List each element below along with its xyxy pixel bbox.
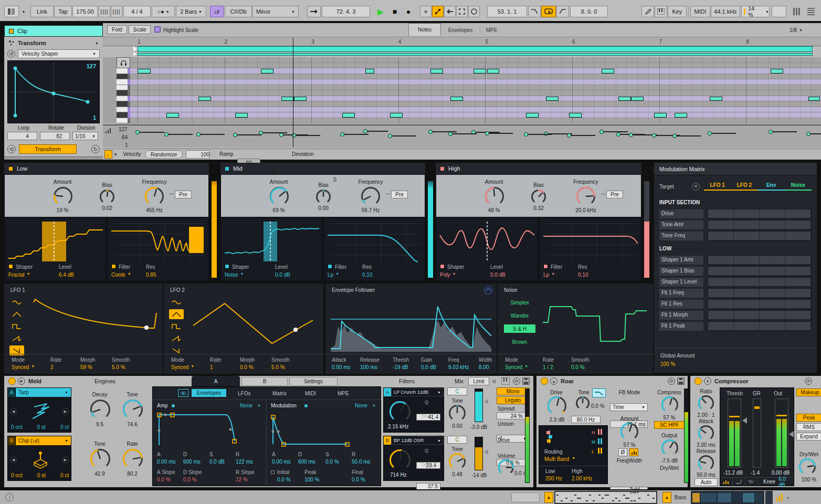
ratio-value[interactable]: 2.00 : 1 [693, 412, 719, 418]
xover-high-value[interactable]: 2.00 kHz [572, 476, 592, 481]
filter-a-q-slider[interactable]: 41.4 [416, 414, 440, 421]
env-link-icon[interactable] [178, 389, 188, 397]
transfer-curve-icon[interactable] [733, 478, 745, 486]
mod-peak[interactable]: 100 % [304, 477, 319, 482]
engine-b-select[interactable]: Chip (♭♯)▼ [16, 436, 71, 445]
loop-end-chevron-icon[interactable]: ‹ [813, 47, 814, 52]
mod-initial[interactable]: 0.0 % [277, 477, 291, 482]
lfo1-wave-icon-2[interactable] [9, 321, 24, 331]
nudge-down-icon[interactable]: |||| [99, 6, 110, 17]
thresh-handle[interactable] [742, 417, 747, 424]
matrix-cell[interactable] [734, 311, 760, 320]
rotate-value-slider[interactable]: 82 [40, 132, 70, 140]
record-button[interactable]: ● [402, 6, 415, 17]
compressor-fold-icon[interactable]: ▼ [704, 377, 711, 385]
matrix-cell[interactable] [734, 209, 760, 218]
velocity-marker[interactable] [524, 132, 528, 136]
velocity-marker[interactable] [806, 132, 811, 136]
noise-type-sh[interactable]: S & H [504, 324, 535, 333]
mid-frequency-knob[interactable] [361, 186, 381, 208]
high-shaper-display[interactable]: ShaperLevel Poly▼0.0 dB [437, 218, 537, 280]
re-enable-automation-button[interactable] [444, 6, 456, 17]
matrix-cell[interactable] [760, 311, 785, 320]
low-bias-value[interactable]: 0.02 [89, 205, 125, 211]
matrix-cell[interactable] [734, 300, 760, 309]
mix-b-level-handle[interactable] [484, 449, 488, 455]
roar-output-value[interactable]: -7.5 dB [653, 458, 686, 464]
lfo1-wave-icon-1[interactable] [9, 309, 24, 319]
velocity-marker[interactable] [428, 130, 433, 134]
matrix-cell[interactable] [734, 267, 760, 276]
engine-a-st[interactable]: 0 st [37, 424, 46, 430]
matrix-row-label[interactable]: Flt 1 Peak [659, 322, 703, 331]
mix-a-tone-value[interactable]: 0.00 [447, 423, 467, 429]
matrix-cell[interactable] [734, 256, 760, 265]
grid-row[interactable] [130, 118, 821, 124]
filter-b-freq-knob[interactable] [389, 449, 411, 473]
clip-view-toggle-button[interactable]: ▲ [544, 492, 553, 503]
comp-drywet-value[interactable]: 100 % [795, 477, 821, 482]
ruler-bar-4[interactable]: 4 [398, 39, 402, 45]
high-filter-display[interactable]: FilterRes Lp▼0.10 [540, 218, 640, 280]
midi-note[interactable] [198, 97, 211, 101]
matrix-cell[interactable] [760, 289, 785, 298]
mid-shaper-activator-icon[interactable] [225, 264, 229, 269]
meld-preview-icon[interactable]: ▶ [18, 377, 25, 385]
midi-note[interactable] [261, 69, 273, 74]
follow-button[interactable] [307, 6, 321, 17]
stop-button[interactable]: ■ [388, 6, 401, 17]
velocity-lane[interactable]: 127 64 1 [103, 124, 821, 148]
velocity-marker[interactable] [233, 133, 237, 137]
matrix-cell[interactable] [785, 267, 811, 276]
transform-tool-select[interactable]: Velocity Shaper▼ [18, 49, 100, 58]
noise-smooth-value[interactable]: 0.0 % [571, 364, 585, 370]
low-amount-knob[interactable] [53, 186, 73, 208]
lane-dropdown-icon[interactable]: ▼ [113, 152, 118, 157]
velocity-marker[interactable] [769, 130, 773, 134]
tap-tempo-button[interactable]: Tap [54, 6, 72, 17]
subtab-midi[interactable]: MIDI [305, 391, 316, 396]
attack-knob[interactable] [698, 425, 714, 444]
division-select[interactable]: 1/16▼ [72, 132, 98, 140]
lfo1-wave-icon-0[interactable] [9, 297, 24, 307]
time-signature-field[interactable]: 4 / 4 [123, 6, 151, 17]
mod-final[interactable]: 0.0 % [352, 477, 365, 482]
preview-headphone-icon[interactable] [117, 57, 130, 68]
matrix-cell[interactable] [760, 278, 785, 287]
midi-map-button[interactable]: MIDI [690, 6, 710, 17]
redo-transform-icon[interactable]: ↻ [91, 145, 100, 153]
piano-key[interactable] [117, 112, 128, 118]
piano-key[interactable] [117, 96, 128, 102]
envf-listen-icon[interactable] [484, 286, 492, 295]
key-signature-icon[interactable]: ♭♯ [210, 6, 224, 17]
engine-b-tone-value[interactable]: 42.9 [84, 471, 115, 477]
piano-key[interactable] [117, 79, 128, 85]
cpu-meter[interactable]: 14 %▼ [741, 6, 770, 17]
low-res-value[interactable]: 0.85 [146, 272, 156, 278]
velocity-marker[interactable] [708, 131, 712, 135]
release-knob[interactable] [698, 455, 714, 474]
ruler-bar-1[interactable]: 1 [138, 39, 141, 45]
high-filter-activator-icon[interactable] [543, 264, 548, 269]
high-activator-icon[interactable] [440, 166, 445, 171]
mod-slot-select[interactable]: None [355, 403, 367, 408]
matrix-row-label[interactable]: Tone Amt [659, 220, 703, 229]
out-gain-handle[interactable] [789, 431, 794, 437]
lfo1-morph-value[interactable]: 59 % [80, 364, 92, 370]
noise-mode-select[interactable]: Synced▼ [505, 364, 528, 370]
midi-note[interactable] [675, 113, 687, 118]
mid-bias-knob[interactable] [315, 189, 331, 207]
midi-note[interactable] [569, 113, 582, 118]
mod-initial-checkbox[interactable] [271, 470, 275, 474]
quantize-menu[interactable]: 2 Bars▼ [176, 6, 206, 17]
engine-b-rate-value[interactable]: 80.2 [117, 471, 148, 477]
mod-release[interactable]: 50.0 ms [352, 459, 371, 465]
arrangement-position-field[interactable]: 72. 4. 3 [322, 6, 370, 17]
amp-attack[interactable]: 0.00 ms [157, 459, 176, 465]
meld-tab-b[interactable]: B [241, 377, 288, 386]
midi-note[interactable] [487, 69, 499, 74]
mid-activator-icon[interactable] [225, 166, 229, 171]
lfo2-waveform-display[interactable] [188, 295, 319, 353]
engine-b-st[interactable]: 0 st [37, 472, 46, 478]
lfo2-morph-value[interactable]: 0.0 % [240, 364, 254, 370]
